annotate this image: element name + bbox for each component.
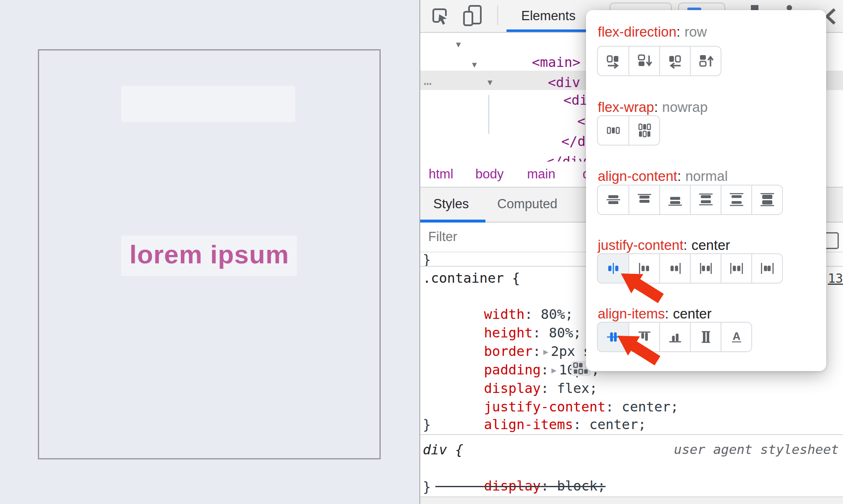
pane-footer-strip [420,497,843,504]
justify-content-space-evenly-button[interactable] [751,254,782,283]
collapse-chevron-icon[interactable] [824,8,837,25]
align-items-flex-end-button[interactable] [659,323,690,351]
flex-wrap-label: flex-wrap:nowrap [598,99,708,116]
node-menu-ellipsis[interactable]: … [424,72,432,88]
css-property[interactable]: padding:▶10px; [435,343,599,361]
align-items-stretch-button[interactable] [690,323,721,351]
flex-wrap-wrap-button[interactable] [628,116,659,145]
css-property[interactable]: justify-content: center; [435,380,679,398]
svg-text:A: A [732,330,740,342]
rule-close-brace: } [423,416,431,433]
ua-rule-selector: div { [423,441,463,459]
flex-direction-buttons [597,46,721,76]
align-content-space-between-button[interactable] [690,186,721,214]
expander-icon[interactable]: ▼ [472,55,477,73]
stylesheet-origin-label: user agent stylesheet [674,442,839,457]
expander-icon[interactable]: ▼ [488,72,492,91]
align-content-space-around-button[interactable] [721,186,751,214]
css-property[interactable]: height: 80%; [435,306,581,324]
flex-wrap-buttons [597,115,660,146]
divider [420,434,843,435]
align-content-center-button[interactable] [598,186,628,214]
annotation-arrow-align-center [618,336,660,366]
rule-selector[interactable]: .container { [423,269,520,287]
flex-direction-row-button[interactable] [598,47,628,75]
tree-row[interactable]: </div> [481,134,595,152]
breadcrumb-html[interactable]: html [429,162,453,187]
flex-direction-column-reverse-button[interactable] [690,47,721,75]
stylesheet-line-link[interactable]: 13 [828,271,843,286]
rule-close-brace: } [423,478,431,496]
flex-direction-row-reverse-button[interactable] [659,47,690,75]
expander-icon[interactable]: ▼ [456,34,461,53]
flex-wrap-nowrap-button[interactable] [598,116,628,145]
flex-direction-column-button[interactable] [628,47,659,75]
align-content-buttons [597,185,783,215]
align-content-label: align-content:normal [598,168,728,185]
flex-direction-label: flex-direction:row [598,24,707,40]
justify-content-space-between-button[interactable] [690,254,721,283]
flexbox-editor-popup: flex-direction:row [586,10,826,371]
tree-row[interactable]: <main> [467,34,581,53]
tab-computed[interactable]: Computed [497,188,557,220]
active-tab-underline [420,220,485,223]
css-property[interactable]: align-items: center; [435,398,646,416]
css-property[interactable]: width: 80%; [435,288,573,305]
justify-content-label: justify-content:center [598,237,730,254]
tab-styles[interactable]: Styles [433,188,469,220]
align-items-label: align-items:center [598,305,711,322]
toolbar-separator [497,6,498,25]
justify-content-space-around-button[interactable] [721,254,751,283]
flex-container: lorem ipsum [38,49,381,459]
css-property-overridden[interactable]: display: block; [435,459,606,477]
breadcrumb-main[interactable]: main [527,162,555,187]
align-items-baseline-button[interactable]: A [721,323,751,351]
align-content-stretch-button[interactable] [751,186,782,214]
inspected-page: lorem ipsum [0,0,419,504]
tab-elements[interactable]: Elements [521,0,575,32]
annotation-arrow-justify-center [621,273,664,303]
inspect-element-icon[interactable] [431,7,449,26]
breadcrumb-body[interactable]: body [475,162,504,187]
device-toolbar-icon[interactable] [462,4,484,28]
align-content-start-button[interactable] [628,186,659,214]
page-heading: lorem ipsum [130,239,289,269]
align-content-end-button[interactable] [659,186,690,214]
